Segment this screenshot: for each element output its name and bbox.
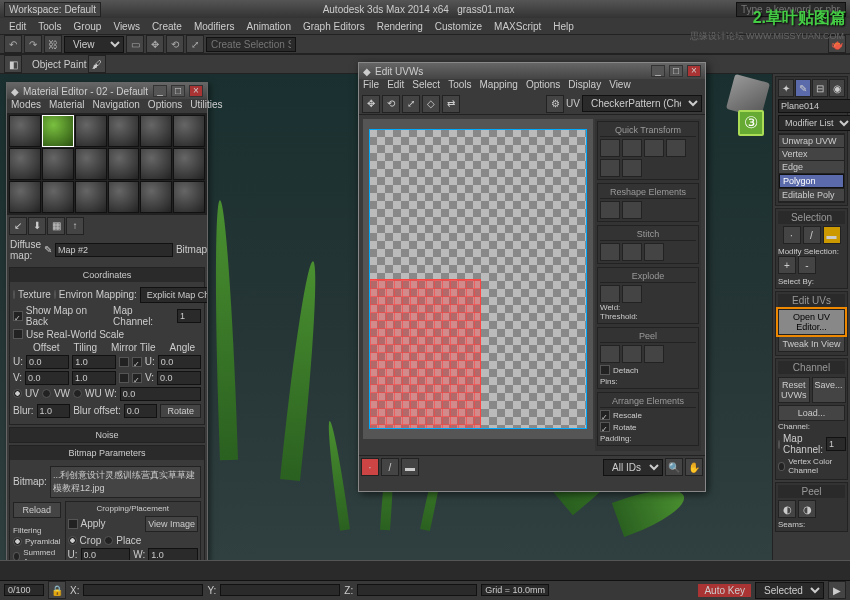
edge-subobj[interactable]: / — [803, 226, 821, 244]
rotate-check[interactable] — [600, 422, 610, 432]
workspace-selector[interactable]: Workspace: Default — [4, 2, 101, 17]
uvw-menu-file[interactable]: File — [363, 79, 379, 93]
save-uvw-button[interactable]: Save... — [812, 377, 846, 403]
mapping-select[interactable]: Explicit Map Channel — [140, 287, 207, 303]
w-angle[interactable] — [120, 387, 201, 401]
texture-radio[interactable] — [13, 290, 15, 299]
u-offset[interactable] — [26, 355, 69, 369]
material-slot[interactable] — [42, 148, 74, 180]
real-world-check[interactable] — [13, 329, 23, 339]
uvw-canvas[interactable] — [363, 119, 593, 439]
get-material-icon[interactable]: ↙ — [9, 217, 27, 235]
v-angle[interactable] — [157, 371, 201, 385]
u-angle[interactable] — [158, 355, 201, 369]
menu-create[interactable]: Create — [147, 20, 187, 33]
uvw-menu-tools[interactable]: Tools — [448, 79, 471, 93]
material-slot[interactable] — [140, 148, 172, 180]
eyedropper-icon[interactable]: ✎ — [44, 244, 52, 255]
menu-modifiers[interactable]: Modifiers — [189, 20, 240, 33]
relax-btn[interactable] — [622, 201, 642, 219]
menu-group[interactable]: Group — [69, 20, 107, 33]
modstack-editable-poly[interactable]: Editable Poly — [779, 189, 844, 201]
apply-check[interactable] — [68, 519, 78, 529]
wu-radio[interactable] — [73, 389, 82, 398]
link-button[interactable]: ⛓ — [44, 35, 62, 53]
show-map-check[interactable] — [13, 311, 23, 321]
all-ids-select[interactable]: All IDs — [603, 459, 663, 476]
uvw-vertex-mode[interactable]: · — [361, 458, 379, 476]
noise-rollout[interactable]: Noise — [10, 428, 204, 442]
auto-key-button[interactable]: Auto Key — [698, 584, 751, 597]
undo-button[interactable]: ↶ — [4, 35, 22, 53]
minimize-button[interactable]: _ — [651, 65, 665, 77]
uvw-menu-mapping[interactable]: Mapping — [480, 79, 518, 93]
straighten-btn[interactable] — [600, 201, 620, 219]
z-coord[interactable] — [357, 584, 477, 596]
modify-tab[interactable]: ✎ — [795, 79, 811, 97]
move-button[interactable]: ✥ — [146, 35, 164, 53]
align-btn[interactable] — [644, 139, 664, 157]
maximize-button[interactable]: □ — [171, 85, 185, 97]
break-btn[interactable] — [600, 285, 620, 303]
reload-button[interactable]: Reload — [13, 502, 61, 518]
material-slot[interactable] — [173, 148, 205, 180]
menu-tools[interactable]: Tools — [33, 20, 66, 33]
menu-rendering[interactable]: Rendering — [372, 20, 428, 33]
bitmap-params-rollout[interactable]: Bitmap Parameters — [10, 446, 204, 460]
material-slot[interactable] — [140, 181, 172, 213]
paint-icon[interactable]: 🖌 — [88, 55, 106, 73]
material-slot[interactable] — [75, 148, 107, 180]
map-channel-spinner[interactable] — [826, 437, 846, 451]
uvw-menu-view[interactable]: View — [609, 79, 631, 93]
pan-icon[interactable]: ✋ — [685, 458, 703, 476]
y-coord[interactable] — [220, 584, 340, 596]
v-mirror[interactable] — [119, 373, 129, 383]
play-button[interactable]: ▶ — [828, 581, 846, 599]
assign-material-icon[interactable]: ⬇ — [28, 217, 46, 235]
object-name-field[interactable] — [778, 99, 850, 113]
scale-button[interactable]: ⤢ — [186, 35, 204, 53]
v-tile[interactable] — [132, 373, 142, 383]
redo-button[interactable]: ↷ — [24, 35, 42, 53]
peel-btn2[interactable]: ◑ — [798, 500, 816, 518]
bitmap-path-button[interactable]: ...利创意设计灵感训练营真实草草建模教程12.jpg — [50, 466, 201, 498]
pyramidal-radio[interactable] — [13, 537, 22, 546]
modstack-edge[interactable]: Edge — [779, 161, 844, 173]
peel-btn[interactable] — [600, 345, 620, 363]
u-mirror[interactable] — [119, 357, 129, 367]
maximize-button[interactable]: □ — [669, 65, 683, 77]
material-slot[interactable] — [75, 181, 107, 213]
menu-maxscript[interactable]: MAXScript — [489, 20, 546, 33]
hierarchy-tab[interactable]: ⊟ — [812, 79, 828, 97]
uvw-menu-options[interactable]: Options — [526, 79, 560, 93]
peel-btn[interactable] — [644, 345, 664, 363]
vw-radio[interactable] — [42, 389, 51, 398]
mat-menu-utilities[interactable]: Utilities — [190, 99, 222, 113]
u-tiling[interactable] — [72, 355, 115, 369]
uvw-poly-mode[interactable]: ▬ — [401, 458, 419, 476]
menu-edit[interactable]: Edit — [4, 20, 31, 33]
material-slot[interactable] — [140, 115, 172, 147]
peel-btn1[interactable]: ◐ — [778, 500, 796, 518]
shrink-sel[interactable]: - — [798, 256, 816, 274]
polygon-model-icon[interactable]: ◧ — [4, 55, 22, 73]
motion-tab[interactable]: ◉ — [829, 79, 845, 97]
material-slot[interactable] — [108, 148, 140, 180]
uv-rotate-icon[interactable]: ⟲ — [382, 95, 400, 113]
load-uvw-button[interactable]: Load... — [778, 405, 845, 421]
uv-scale-icon[interactable]: ⤢ — [402, 95, 420, 113]
stitch-btn[interactable] — [644, 243, 664, 261]
selection-set[interactable] — [206, 37, 296, 52]
material-slot[interactable] — [9, 115, 41, 147]
crop-radio[interactable] — [68, 536, 77, 545]
modstack-vertex[interactable]: Vertex — [779, 148, 844, 160]
material-slot[interactable] — [108, 181, 140, 213]
modstack-unwrap-uvw[interactable]: Unwrap UVW — [779, 135, 844, 147]
material-slot[interactable] — [9, 148, 41, 180]
view-image-button[interactable]: View Image — [145, 516, 198, 532]
menu-animation[interactable]: Animation — [241, 20, 295, 33]
material-editor-titlebar[interactable]: ◆ Material Editor - 02 - Default _ □ × — [7, 83, 207, 99]
mat-menu-navigation[interactable]: Navigation — [93, 99, 140, 113]
menu-customize[interactable]: Customize — [430, 20, 487, 33]
modifier-list[interactable]: Modifier List — [778, 115, 850, 131]
